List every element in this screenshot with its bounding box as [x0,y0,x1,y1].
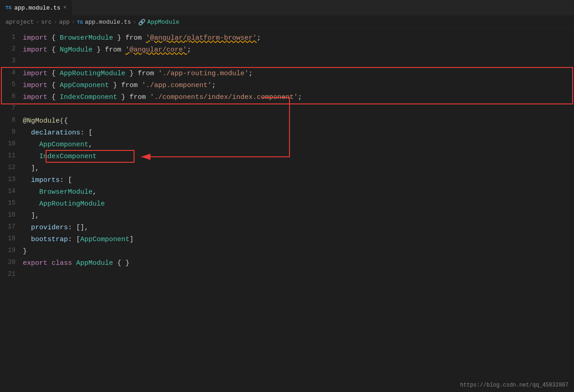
code-line: 1import { BrowserModule } from '@angular… [0,32,574,44]
line-number: 16 [0,210,23,218]
token: } [125,70,138,77]
code-line: 11 IndexComponent [0,151,574,163]
token [23,224,31,232]
tab-app-module[interactable]: TS app.module.ts × [0,0,72,16]
token: } [23,248,27,255]
breadcrumb-symbol: AppModule [147,19,179,26]
breadcrumb: aproject › src › app › TS app.module.ts … [0,16,574,29]
token [23,129,31,137]
line-number: 2 [0,44,23,52]
close-icon[interactable]: × [63,5,67,11]
token: : [ [60,176,72,184]
breadcrumb-file: app.module.ts [85,19,131,26]
breadcrumb-src: src [41,19,52,26]
token [146,93,150,101]
token: @NgModule [23,117,60,125]
line-content [23,103,574,105]
token: : [ [68,236,80,243]
token: ; [212,82,216,89]
token: imports [31,176,60,184]
line-content: ], [23,210,574,222]
code-wrapper: 1import { BrowserModule } from '@angular… [0,29,574,392]
token: AppComponent [39,141,88,149]
token [121,46,125,54]
breadcrumb-ts-badge: TS [77,20,83,25]
breadcrumb-symbol-icon: 🔗 [138,19,145,26]
token [23,153,39,160]
token [23,176,31,184]
line-content: imports: [ [23,175,574,186]
code-line: 9 declarations: [ [0,127,574,139]
token: , [88,141,93,149]
token: AppComponent [60,82,109,89]
line-number: 14 [0,186,23,195]
token: , [93,188,97,196]
line-number: 20 [0,258,23,266]
breadcrumb-sep4: › [133,19,136,26]
token [142,34,146,42]
token: from [129,93,146,101]
line-content: AppRoutingModule [23,198,574,210]
line-content [23,56,574,58]
line-number: 5 [0,80,23,88]
code-area: 1import { BrowserModule } from '@angular… [0,29,574,285]
ts-badge: TS [5,5,11,10]
line-content: import { BrowserModule } from '@angular/… [23,32,574,44]
token [23,188,39,196]
line-number: 11 [0,151,23,159]
line-content: import { NgModule } from '@angular/core'… [23,44,574,56]
token: AppRoutingModule [60,70,125,77]
line-number: 6 [0,92,23,100]
line-number: 15 [0,198,23,206]
code-line: 15 AppRoutingModule [0,198,574,210]
token [138,82,142,89]
token: from [138,70,154,77]
tab-bar: TS app.module.ts × [0,0,574,16]
token: ; [257,34,261,42]
token: AppModule [76,259,113,267]
line-number: 3 [0,56,23,64]
token: '@angular/core' [125,46,187,54]
token: NgModule [60,46,93,54]
token: bootstrap [31,236,68,243]
code-line: 4import { AppRoutingModule } from './app… [0,68,574,80]
breadcrumb-sep3: › [72,19,75,26]
code-line: 20export class AppModule { } [0,258,574,269]
token [23,212,31,220]
token: AppComponent [80,236,129,243]
token: export [23,259,47,267]
code-line: 2import { NgModule } from '@angular/core… [0,44,574,56]
code-line: 18 bootstrap: [AppComponent] [0,234,574,246]
token: from [121,82,138,89]
token: import [23,82,47,89]
token: { [47,46,60,54]
code-line: 17 providers: [], [0,222,574,234]
token: { [47,70,60,77]
token [23,141,39,149]
code-line: 8@NgModule({ [0,115,574,127]
token [72,259,76,267]
code-line: 19} [0,246,574,258]
token: class [52,259,72,267]
line-number: 13 [0,175,23,183]
code-line: 21 [0,269,574,281]
line-number: 19 [0,246,23,254]
line-content: } [23,246,574,258]
line-number: 4 [0,68,23,76]
token: { [47,93,60,101]
code-line: 5import { AppComponent } from './app.com… [0,80,574,92]
line-content: import { AppComponent } from './app.comp… [23,80,574,92]
line-number: 8 [0,115,23,124]
breadcrumb-project: aproject [5,19,34,26]
line-content: import { AppRoutingModule } from './app-… [23,68,574,80]
token: ; [248,70,253,77]
token: IndexComponent [39,153,97,160]
code-line: 16 ], [0,210,574,222]
code-line: 3 [0,56,574,68]
line-content: IndexComponent [23,151,574,163]
token: } [109,82,121,89]
breadcrumb-sep1: › [36,19,39,26]
code-line: 13 imports: [ [0,175,574,186]
line-content: import { IndexComponent } from './compon… [23,92,574,103]
tab-filename: app.module.ts [14,5,60,11]
